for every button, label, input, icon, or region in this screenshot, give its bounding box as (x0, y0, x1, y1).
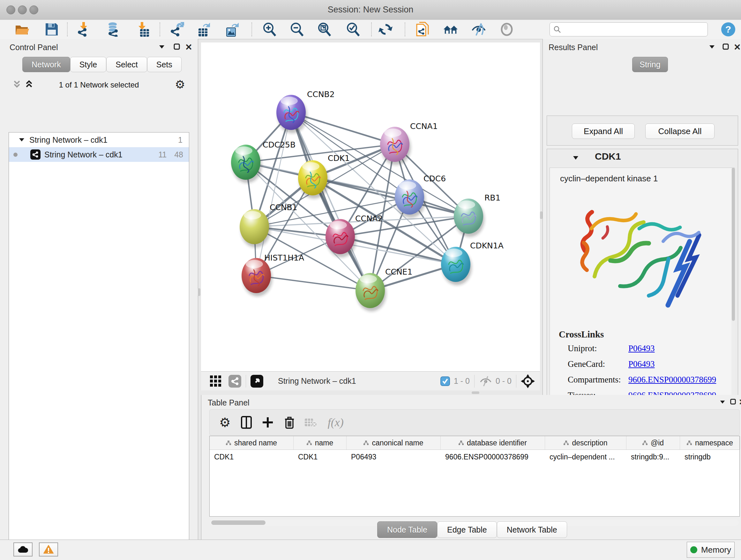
right-splitter-handle[interactable] (540, 211, 542, 219)
columns-icon[interactable] (241, 416, 252, 429)
node-CDC6[interactable]: CDC6 (395, 174, 446, 218)
hidden-eye-slash-icon[interactable] (479, 376, 492, 387)
svg-text:?: ? (725, 24, 731, 35)
search-input[interactable] (561, 24, 703, 34)
search-box[interactable] (549, 22, 708, 37)
home-networks-button[interactable] (443, 22, 458, 37)
network-collection-row[interactable]: String Network – cdk1 1 (9, 132, 189, 147)
selected-checkbox-icon[interactable] (441, 376, 450, 386)
tree-expander-icon[interactable] (18, 138, 25, 142)
file-share-icon (415, 22, 429, 37)
table-panel: Table Panel ✕ ⚙ f(x) (201, 395, 741, 540)
node-CDKN1A[interactable]: CDKN1A (441, 241, 503, 285)
node-CCNE1[interactable]: CCNE1 (355, 267, 412, 311)
results-panel-menu-icon[interactable] (708, 44, 716, 49)
results-scrollbar-thumb[interactable] (732, 168, 735, 321)
node-gloss (458, 200, 475, 209)
table-settings-gear-icon[interactable]: ⚙ (219, 415, 231, 430)
refresh-button[interactable] (378, 22, 393, 37)
save-session-button[interactable] (44, 22, 59, 37)
column-type-icon (363, 440, 368, 445)
crosslink-link[interactable]: 9606.ENSP00000378699 (628, 375, 716, 385)
table-panel-menu-icon[interactable] (719, 399, 726, 404)
status-bar: Memory (0, 540, 741, 560)
results-panel-close-icon[interactable]: ✕ (734, 42, 741, 52)
collapse-all-button[interactable]: Collapse All (645, 124, 715, 139)
network-share-view-icon[interactable] (228, 375, 241, 388)
table-panel-float-icon[interactable] (730, 398, 736, 405)
birdseye-view-icon[interactable] (251, 375, 263, 388)
node-label-HIST1H1A: HIST1H1A (264, 253, 304, 262)
bottom-splitter-handle[interactable] (472, 391, 479, 394)
import-network-database-button[interactable] (105, 22, 121, 37)
import-network-file-button[interactable] (76, 22, 91, 37)
tab-node-table[interactable]: Node Table (377, 521, 437, 538)
zoom-fit-button[interactable] (317, 22, 332, 37)
export-table-button[interactable] (197, 22, 212, 37)
delete-table-icon[interactable] (304, 417, 317, 428)
network-options-gear-icon[interactable]: ⚙ (175, 78, 185, 91)
node-label-RB1: RB1 (484, 193, 500, 202)
results-panel-float-icon[interactable] (722, 43, 729, 50)
column-header-description[interactable]: description (545, 436, 626, 449)
control-panel-close-icon[interactable]: ✕ (185, 42, 192, 52)
tab-sets[interactable]: Sets (147, 57, 182, 72)
grid-view-icon[interactable] (210, 375, 221, 387)
control-panel-float-icon[interactable] (173, 43, 180, 50)
tab-network[interactable]: Network (22, 57, 70, 72)
tab-edge-table[interactable]: Edge Table (437, 521, 497, 538)
network-graph[interactable]: CCNB2CCNA1CDC25BCDK1CDC6RB1CCNB1CCNA2CDK… (201, 43, 540, 371)
hide-button[interactable] (471, 22, 486, 37)
show-button[interactable] (499, 22, 515, 37)
delete-column-trash-icon[interactable] (284, 416, 294, 429)
tab-style[interactable]: Style (70, 57, 107, 72)
function-builder-icon[interactable]: f(x) (328, 416, 344, 429)
import-table-file-button[interactable] (135, 22, 151, 37)
column-header-name[interactable]: name (293, 436, 347, 449)
tab-string[interactable]: String (632, 57, 668, 72)
zoom-in-button[interactable] (262, 22, 277, 37)
export-image-button[interactable] (225, 22, 240, 37)
warning-button[interactable] (39, 543, 58, 557)
tab-network-table[interactable]: Network Table (497, 521, 567, 538)
gene-expander-icon[interactable] (572, 155, 580, 161)
column-header-shared-name[interactable]: shared name (210, 436, 293, 449)
zoom-out-button[interactable] (289, 22, 305, 37)
network-canvas[interactable]: CCNB2CCNA1CDC25BCDK1CDC6RB1CCNB1CCNA2CDK… (201, 43, 540, 371)
node-RB1[interactable]: RB1 (454, 193, 500, 237)
table-panel-close-icon[interactable]: ✕ (739, 397, 741, 407)
column-header-namespace[interactable]: namespace (680, 436, 740, 449)
edge-HIST1H1A-CCNE1[interactable] (256, 275, 370, 291)
cloud-button[interactable] (13, 543, 32, 557)
edge-CCNB2-CCNE1[interactable] (291, 112, 370, 291)
table-hscrollbar-thumb[interactable] (211, 520, 266, 525)
column-header--id[interactable]: @id (626, 436, 680, 449)
edge-CCNA2-CDKN1A[interactable] (340, 237, 456, 264)
column-header-label: namespace (695, 439, 733, 447)
annotation-file-button[interactable] (415, 22, 430, 37)
node-HIST1H1A[interactable]: HIST1H1A (242, 253, 304, 296)
add-column-icon[interactable] (262, 417, 273, 428)
tab-select[interactable]: Select (106, 57, 147, 72)
zoom-selected-button[interactable] (345, 22, 360, 37)
control-panel-menu-icon[interactable] (158, 44, 165, 49)
crosslink-link[interactable]: P06493 (628, 344, 655, 354)
node-table[interactable]: shared namenamecanonical namedatabase id… (209, 436, 740, 516)
open-session-button[interactable] (15, 22, 30, 37)
export-network-button[interactable] (170, 22, 185, 37)
node-gloss (330, 221, 347, 229)
crosslink-link[interactable]: P06493 (628, 359, 655, 369)
main-toolbar: ? (0, 20, 741, 39)
help-button[interactable]: ? (721, 22, 736, 37)
node-CCNB2[interactable]: CCNB2 (276, 90, 335, 133)
network-edges[interactable] (246, 112, 468, 291)
memory-button[interactable]: Memory (687, 542, 735, 558)
column-header-canonical-name[interactable]: canonical name (347, 436, 441, 449)
left-splitter-handle[interactable] (198, 288, 200, 296)
table-row[interactable]: CDK1CDK1P064939606.ENSP00000378699cyclin… (210, 450, 739, 464)
network-row[interactable]: String Network – cdk1 11 48 (9, 147, 189, 162)
column-header-database-identifier[interactable]: database identifier (441, 436, 545, 449)
results-scrollbar-track[interactable] (731, 168, 735, 408)
fit-selected-crosshair-icon[interactable] (521, 374, 535, 388)
expand-all-button[interactable]: Expand All (572, 124, 635, 139)
